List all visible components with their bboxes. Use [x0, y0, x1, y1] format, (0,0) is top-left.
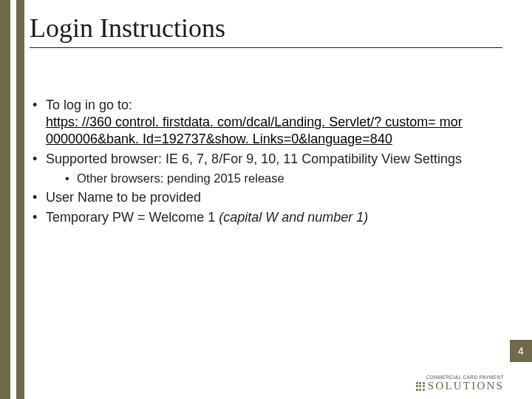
- login-url-link[interactable]: https: //360 control. firstdata. com/dca…: [46, 115, 463, 146]
- bullet-group-1: To log in go to: https: //360 control. f…: [30, 97, 502, 148]
- accent-stripe: [0, 0, 24, 399]
- bullet-password: Temporary PW = Welcome 1 (capital W and …: [30, 209, 502, 226]
- slide-title: Login Instructions: [30, 15, 502, 43]
- pw-text: Temporary PW = Welcome 1: [46, 210, 219, 225]
- bullet-login: To log in go to: https: //360 control. f…: [30, 97, 502, 148]
- footer-big-text: SOLUTIONS: [428, 381, 504, 392]
- bullet-username: User Name to be provided: [30, 189, 502, 206]
- browser-sublist: Other browsers: pending 2015 release: [64, 171, 502, 186]
- title-underline: [30, 47, 502, 48]
- page-number-badge: 4: [510, 340, 532, 362]
- footer-logo: COMMERCIAL CARD PAYMENT SOLUTIONS: [416, 375, 504, 392]
- logo-dots-icon: [416, 382, 425, 391]
- bullet-browser: Supported browser: IE 6, 7, 8/For 9, 10,…: [30, 151, 502, 186]
- pw-note: (capital W and number 1): [219, 210, 368, 225]
- browser-sub-item: Other browsers: pending 2015 release: [64, 171, 502, 186]
- browser-text: Supported browser: IE 6, 7, 8/For 9, 10,…: [46, 151, 462, 166]
- login-label: To log in go to:: [46, 98, 132, 112]
- slide-content: Login Instructions To log in go to: http…: [30, 15, 502, 229]
- bullet-group-3: User Name to be provided Temporary PW = …: [30, 189, 502, 226]
- bullet-group-2: Supported browser: IE 6, 7, 8/For 9, 10,…: [30, 151, 502, 186]
- slide-body: To log in go to: https: //360 control. f…: [30, 97, 502, 226]
